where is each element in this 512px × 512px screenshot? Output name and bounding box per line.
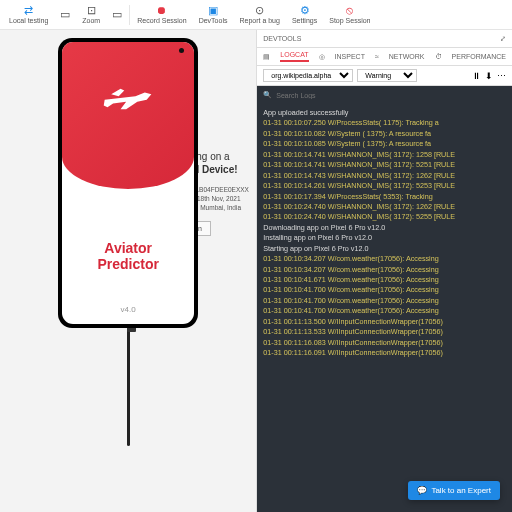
log-line: 01-31 00:10:14.261 W/SHANNON_IMS( 3172):… [263,181,506,191]
log-line: 01-31 00:10:41.700 W/com.weather(17056):… [263,296,506,306]
log-line: 01-31 00:10:34.207 W/com.weather(17056):… [263,265,506,275]
top-toolbar: ⇄Local testing ▭ ⊡Zoom ▭ ⏺Record Session… [0,0,512,30]
log-line: 01-31 00:10:14.741 W/SHANNON_IMS( 3172):… [263,160,506,170]
main-area: AviatorPredictor v4.0 You are testing on… [0,30,512,512]
expand-icon[interactable]: ⤢ [500,35,506,43]
minus-button[interactable]: ▭ [55,1,75,29]
search-icon: 🔍 [263,91,272,99]
download-icon[interactable]: ⬇ [485,71,493,81]
settings-label: Settings [292,17,317,24]
usb-cable [127,326,130,446]
tab-inspect[interactable]: INSPECT [335,53,365,60]
network-icon: ≈ [375,53,379,60]
pause-icon[interactable]: ⏸ [472,71,481,81]
stop-label: Stop Session [329,17,370,24]
zoom-label: Zoom [82,17,100,24]
log-search[interactable]: 🔍 [257,86,512,104]
app-hero [62,42,194,189]
stop-button[interactable]: ⦸Stop Session [324,1,375,29]
log-line: 01-31 00:10:10.085 W/System ( 1375): A r… [263,139,506,149]
plus-icon: ▭ [112,9,122,20]
talk-to-expert-button[interactable]: 💬 Talk to an Expert [408,481,500,500]
log-line: 01-31 00:10:07.250 W/ProcessStats( 1175)… [263,118,506,128]
package-filter[interactable]: org.wikipedia.alpha [263,69,353,82]
devtools-icon: ▣ [208,5,218,16]
tab-performance[interactable]: PERFORMANCE [452,53,506,60]
logcat-icon: ▤ [263,53,270,61]
log-line: 01-31 00:11:13.533 W/IInputConnectionWra… [263,327,506,337]
more-icon[interactable]: ⋯ [497,71,506,81]
search-input[interactable] [276,92,506,99]
minus-icon: ▭ [60,9,70,20]
log-line: 01-31 00:11:16.091 W/IInputConnectionWra… [263,348,506,358]
device-panel: AviatorPredictor v4.0 You are testing on… [0,30,256,512]
stop-icon: ⦸ [346,5,353,16]
log-line: 01-31 00:10:41.671 W/com.weather(17056):… [263,275,506,285]
log-line: 01-31 00:11:13.500 W/IInputConnectionWra… [263,317,506,327]
phone-screen[interactable]: AviatorPredictor v4.0 [62,42,194,324]
gear-icon: ⚙ [300,5,310,16]
divider [129,5,130,25]
filter-bar: org.wikipedia.alpha Warning ⏸ ⬇ ⋯ [257,66,512,86]
log-line: App uploaded successfully [263,108,506,118]
airplane-icon [100,78,156,118]
log-line: Downloading app on Pixel 6 Pro v12.0 [263,223,506,233]
bug-label: Report a bug [239,17,279,24]
log-line: 01-31 00:10:10.082 W/System ( 1375): A r… [263,129,506,139]
app-title: AviatorPredictor [62,241,194,272]
log-line: 01-31 00:10:24.740 W/SHANNON_IMS( 3172):… [263,212,506,222]
inspect-icon: ◎ [319,53,325,61]
devtools-header: DEVTOOLS ⤢ [257,30,512,48]
tab-logcat[interactable]: LOGCAT [280,51,308,62]
zoom-button[interactable]: ⊡Zoom [77,1,105,29]
bug-icon: ⊙ [255,5,264,16]
devtools-panel: DEVTOOLS ⤢ ▤ LOGCAT ◎ INSPECT ≈ NETWORK … [256,30,512,512]
logcat-output[interactable]: App uploaded successfully01-31 00:10:07.… [257,104,512,512]
devtools-label: DevTools [199,17,228,24]
perf-icon: ⏱ [435,53,442,60]
log-line: 01-31 00:10:14.741 W/SHANNON_IMS( 3172):… [263,150,506,160]
log-line: Starting app on Pixel 6 Pro v12.0 [263,244,506,254]
local-testing-button[interactable]: ⇄Local testing [4,1,53,29]
log-line: 01-31 00:10:17.394 W/ProcessStats( 5353)… [263,192,506,202]
tab-network[interactable]: NETWORK [389,53,425,60]
log-line: Installing app on Pixel 6 Pro v12.0 [263,233,506,243]
plus-button[interactable]: ▭ [107,1,127,29]
shuffle-icon: ⇄ [24,5,33,16]
log-line: 01-31 00:10:24.740 W/SHANNON_IMS( 3172):… [263,202,506,212]
chat-icon: 💬 [417,486,427,495]
camera-hole [179,48,184,53]
devtools-title: DEVTOOLS [263,35,301,42]
expert-label: Talk to an Expert [431,486,491,495]
log-line: 01-31 00:11:16.083 W/IInputConnectionWra… [263,338,506,348]
record-label: Record Session [137,17,186,24]
devtools-tabs: ▤ LOGCAT ◎ INSPECT ≈ NETWORK ⏱ PERFORMAN… [257,48,512,66]
settings-button[interactable]: ⚙Settings [287,1,322,29]
log-line: 01-31 00:10:34.207 W/com.weather(17056):… [263,254,506,264]
phone-frame: AviatorPredictor v4.0 [58,38,198,328]
level-filter[interactable]: Warning [357,69,417,82]
zoom-icon: ⊡ [87,5,96,16]
log-line: 01-31 00:10:14.743 W/SHANNON_IMS( 3172):… [263,171,506,181]
record-button[interactable]: ⏺Record Session [132,1,191,29]
devtools-button[interactable]: ▣DevTools [194,1,233,29]
local-testing-label: Local testing [9,17,48,24]
log-line: 01-31 00:10:41.700 W/com.weather(17056):… [263,306,506,316]
bug-button[interactable]: ⊙Report a bug [234,1,284,29]
record-icon: ⏺ [156,5,167,16]
app-version: v4.0 [62,305,194,314]
log-line: 01-31 00:10:41.700 W/com.weather(17056):… [263,285,506,295]
